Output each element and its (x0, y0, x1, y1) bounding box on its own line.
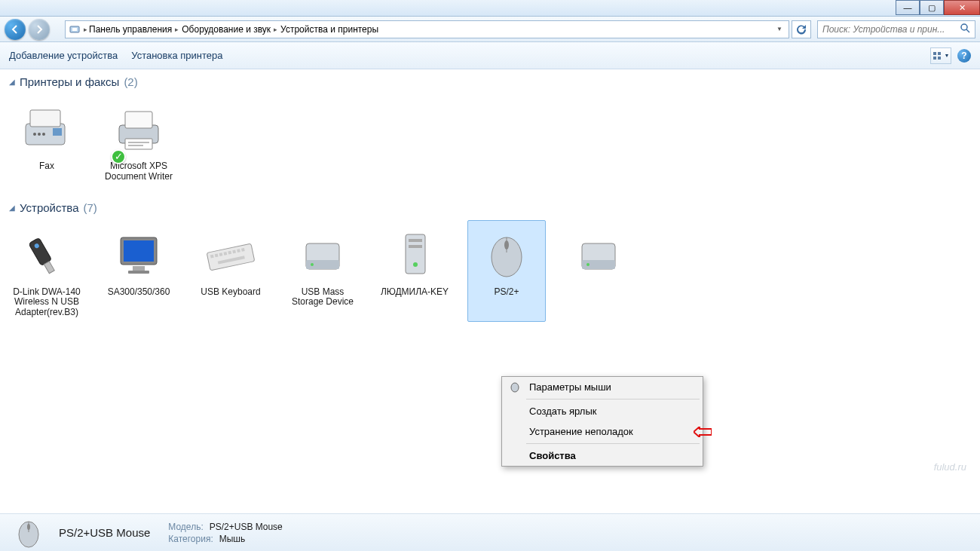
computer-tower-icon (384, 224, 445, 284)
breadcrumb[interactable]: ▸ Панель управления ▸ Оборудование и зву… (65, 20, 789, 38)
group-count: (2) (124, 75, 137, 88)
svg-rect-10 (53, 128, 62, 136)
mouse-icon (9, 517, 48, 549)
group-name: Принтеры и факсы (20, 75, 119, 88)
svg-point-12 (38, 133, 41, 136)
svg-rect-17 (128, 142, 149, 143)
svg-point-42 (413, 262, 418, 267)
arrow-right-icon (34, 24, 44, 35)
svg-rect-32 (232, 249, 236, 253)
annotation-arrow-icon (694, 427, 712, 437)
svg-point-48 (511, 383, 519, 392)
command-bar: Добавление устройства Установка принтера… (0, 42, 980, 69)
add-printer-button[interactable]: Установка принтера (131, 50, 222, 61)
svg-rect-26 (207, 243, 255, 271)
group-header-devices[interactable]: ◢ Устройства (7) (0, 195, 980, 217)
svg-rect-41 (409, 245, 422, 248)
device-label: Microsoft XPS Document Writer (103, 161, 174, 182)
svg-rect-9 (30, 110, 60, 127)
device-label: SA300/350/360 (108, 287, 170, 298)
breadcrumb-seg-2[interactable]: Оборудование и звук ▸ (180, 24, 279, 35)
svg-rect-27 (210, 254, 214, 258)
external-drive-icon (292, 224, 353, 284)
svg-rect-23 (124, 240, 154, 262)
device-label: D-Link DWA-140 Wireless N USB Adapter(re… (11, 287, 82, 318)
menu-properties[interactable]: Свойства (502, 445, 703, 466)
external-drive-icon (568, 224, 629, 284)
svg-rect-29 (219, 253, 223, 256)
device-drive-2[interactable] (559, 220, 638, 322)
device-xps-writer[interactable]: ✓ Microsoft XPS Document Writer (100, 94, 178, 186)
help-button[interactable]: ? (957, 49, 971, 63)
minimize-button[interactable]: — (896, 0, 920, 15)
group-count: (7) (83, 201, 96, 214)
add-device-button[interactable]: Добавление устройства (9, 50, 118, 61)
svg-rect-5 (938, 52, 941, 55)
device-keyboard[interactable]: USB Keyboard (191, 220, 270, 322)
svg-rect-4 (933, 52, 936, 55)
view-icon (933, 51, 943, 60)
menu-mouse-settings[interactable]: Параметры мыши (502, 377, 703, 397)
usb-adapter-icon (17, 224, 77, 284)
svg-rect-20 (44, 261, 54, 273)
device-mouse[interactable]: PS/2+ (467, 220, 546, 322)
svg-point-47 (586, 263, 590, 266)
breadcrumb-seg-1[interactable]: Панель управления ▸ (87, 24, 180, 35)
navigation-bar: ▸ Панель управления ▸ Оборудование и зву… (0, 17, 980, 42)
menu-separator (526, 399, 700, 399)
menu-create-shortcut[interactable]: Создать ярлык (502, 401, 703, 421)
device-computer[interactable]: ЛЮДМИЛА-KEY (375, 220, 454, 322)
svg-point-38 (311, 263, 314, 266)
back-button[interactable] (5, 19, 26, 40)
device-monitor[interactable]: SA300/350/360 (100, 220, 178, 322)
svg-point-50 (27, 524, 30, 530)
model-label: Модель: (168, 522, 203, 532)
svg-rect-40 (409, 239, 422, 242)
svg-rect-33 (237, 249, 240, 253)
svg-rect-15 (125, 112, 152, 128)
arrow-left-icon (10, 24, 20, 35)
svg-rect-7 (938, 57, 941, 60)
maximize-button[interactable]: ▢ (920, 0, 944, 15)
svg-rect-25 (128, 271, 149, 274)
fax-icon (17, 98, 77, 158)
group-header-printers[interactable]: ◢ Принтеры и факсы (2) (0, 69, 980, 91)
forward-button[interactable] (29, 19, 50, 40)
svg-rect-24 (133, 266, 145, 271)
mouse-small-icon (508, 380, 522, 393)
content-area: ◢ Принтеры и факсы (2) Fax ✓ Microsoft X… (0, 69, 980, 514)
default-check-icon: ✓ (111, 149, 126, 164)
svg-point-13 (42, 133, 45, 136)
device-usb-storage[interactable]: USB Mass Storage Device (283, 220, 362, 322)
device-label: Fax (39, 161, 54, 172)
svg-rect-31 (228, 250, 231, 254)
refresh-button[interactable] (792, 20, 811, 38)
search-icon (960, 23, 970, 35)
svg-rect-18 (128, 145, 143, 146)
device-label: USB Keyboard (201, 287, 260, 298)
svg-line-3 (966, 29, 969, 32)
category-value: Мышь (219, 534, 246, 544)
menu-separator (526, 443, 700, 444)
context-menu: Параметры мыши Создать ярлык Устранение … (501, 376, 703, 467)
close-button[interactable]: ✕ (944, 0, 980, 15)
svg-rect-30 (224, 252, 228, 256)
device-fax[interactable]: Fax (8, 94, 86, 186)
details-pane: PS/2+USB Mouse Модель:PS/2+USB Mouse Кат… (0, 514, 980, 551)
svg-point-44 (504, 240, 509, 249)
device-label: PS/2+ (494, 287, 519, 298)
search-input[interactable] (822, 24, 960, 35)
mouse-icon (476, 224, 537, 284)
svg-rect-34 (241, 248, 245, 252)
status-title: PS/2+USB Mouse (59, 526, 150, 539)
device-label: ЛЮДМИЛА-KEY (381, 287, 449, 298)
menu-troubleshoot[interactable]: Устранение неполадок (502, 421, 703, 442)
search-box[interactable] (817, 20, 975, 38)
monitor-icon (109, 224, 169, 284)
model-value: PS/2+USB Mouse (210, 522, 283, 532)
breadcrumb-seg-3[interactable]: Устройства и принтеры (279, 24, 380, 35)
device-dlink-adapter[interactable]: D-Link DWA-140 Wireless N USB Adapter(re… (8, 220, 86, 322)
breadcrumb-dropdown[interactable]: ▼ (773, 26, 786, 32)
svg-point-11 (33, 133, 36, 136)
view-options-button[interactable]: ▼ (930, 47, 951, 64)
